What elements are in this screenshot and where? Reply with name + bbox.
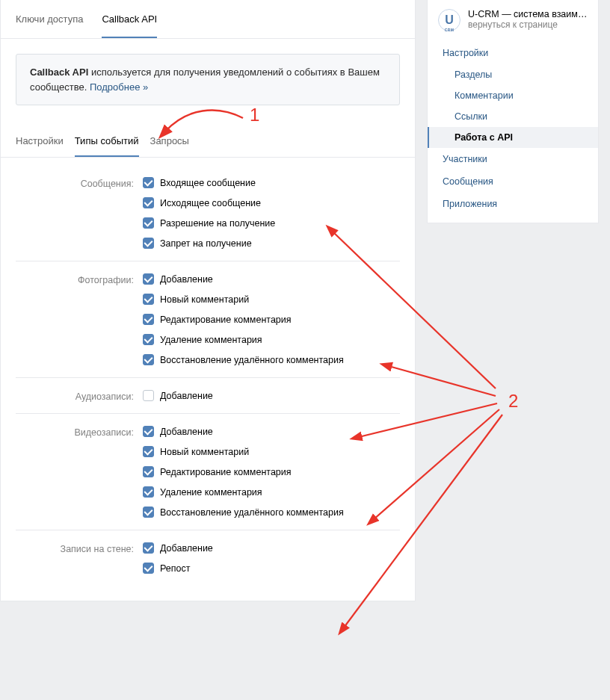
checkbox-icon[interactable] (143, 197, 154, 208)
sidebar-item-3[interactable]: Приложения (428, 193, 598, 215)
sidebar-subitem-0[interactable]: Разделы (428, 64, 598, 85)
group-0: Сообщения:Входящее сообщениеИсходящее со… (16, 165, 400, 261)
option-label: Добавление (160, 274, 213, 285)
info-link[interactable]: Подробнее » (90, 81, 148, 93)
checkbox-icon[interactable] (143, 390, 154, 401)
option-3-0[interactable]: Добавление (143, 426, 400, 442)
sidebar-menu: НастройкиРазделыКомментарииСсылкиРабота … (428, 39, 598, 215)
group-3: Видеозаписи:ДобавлениеНовый комментарийР… (16, 414, 400, 530)
option-1-4[interactable]: Восстановление удалённого комментария (143, 350, 400, 370)
option-1-3[interactable]: Удаление комментария (143, 329, 400, 350)
option-label: Новый комментарий (160, 447, 249, 457)
sub-tab-0[interactable]: Настройки (16, 126, 64, 157)
group-label: Видеозаписи: (16, 426, 143, 522)
option-label: Добавление (160, 543, 213, 554)
community-logo: U CRM (438, 9, 460, 31)
option-label: Репост (160, 563, 190, 574)
checkbox-icon[interactable] (143, 314, 154, 325)
info-bold: Callback API (30, 66, 88, 78)
checkbox-icon[interactable] (143, 273, 154, 285)
group-label: Сообщения: (16, 177, 143, 253)
top-tab-0[interactable]: Ключи доступа (16, 0, 83, 38)
option-4-1[interactable]: Репост (143, 558, 400, 578)
sidebar: U CRM U-CRM — система взаим… вернуться к… (427, 0, 599, 223)
option-label: Редактирование комментария (160, 467, 292, 477)
sidebar-item-2[interactable]: Сообщения (428, 170, 598, 193)
group-options: ДобавлениеНовый комментарийРедактировани… (143, 426, 400, 522)
logo-letter: U (445, 13, 454, 27)
checkbox-icon[interactable] (143, 507, 154, 518)
checkbox-icon[interactable] (143, 238, 154, 249)
checkbox-icon[interactable] (143, 177, 154, 188)
option-label: Разрешение на получение (160, 218, 275, 229)
group-label: Записи на стене: (16, 542, 143, 578)
event-groups: Сообщения:Входящее сообщениеИсходящее со… (1, 158, 415, 601)
group-label: Фотографии: (16, 273, 143, 370)
logo-sub: CRM (445, 28, 454, 32)
option-label: Восстановление удалённого комментария (160, 507, 344, 518)
sub-tabs: НастройкиТипы событийЗапросы (1, 126, 415, 158)
option-label: Исходящее сообщение (160, 198, 261, 208)
option-4-0[interactable]: Добавление (143, 542, 400, 558)
option-0-3[interactable]: Запрет на получение (143, 233, 400, 253)
group-options: Добавление (143, 390, 400, 406)
option-0-0[interactable]: Входящее сообщение (143, 177, 400, 193)
option-label: Добавление (160, 427, 213, 437)
option-3-3[interactable]: Удаление комментария (143, 482, 400, 502)
group-label: Аудиозаписи: (16, 390, 143, 406)
sidebar-subitem-3[interactable]: Работа с API (428, 127, 598, 148)
sub-tab-2[interactable]: Запросы (150, 126, 189, 157)
checkbox-icon[interactable] (143, 542, 154, 554)
option-1-0[interactable]: Добавление (143, 273, 400, 289)
option-3-4[interactable]: Восстановление удалённого комментария (143, 502, 400, 522)
option-label: Редактирование комментария (160, 315, 292, 325)
option-label: Запрет на получение (160, 238, 252, 249)
option-label: Новый комментарий (160, 294, 249, 305)
option-3-1[interactable]: Новый комментарий (143, 442, 400, 462)
sidebar-subitem-2[interactable]: Ссылки (428, 106, 598, 127)
option-label: Входящее сообщение (160, 178, 256, 188)
back-link[interactable]: вернуться к странице (468, 19, 587, 30)
sidebar-item-0[interactable]: Настройки (428, 42, 598, 64)
group-1: Фотографии:ДобавлениеНовый комментарийРе… (16, 261, 400, 378)
option-label: Удаление комментария (160, 487, 262, 498)
checkbox-icon[interactable] (143, 563, 154, 574)
checkbox-icon[interactable] (143, 294, 154, 305)
checkbox-icon[interactable] (143, 334, 154, 345)
option-label: Добавление (160, 391, 213, 401)
checkbox-icon[interactable] (143, 446, 154, 457)
checkbox-icon[interactable] (143, 426, 154, 437)
top-tabs: Ключи доступаCallback API (1, 0, 415, 39)
option-2-0[interactable]: Добавление (143, 390, 400, 406)
group-options: Входящее сообщениеИсходящее сообщениеРаз… (143, 177, 400, 253)
option-0-1[interactable]: Исходящее сообщение (143, 193, 400, 213)
checkbox-icon[interactable] (143, 466, 154, 477)
checkbox-icon[interactable] (143, 354, 154, 365)
sidebar-item-1[interactable]: Участники (428, 148, 598, 170)
option-label: Восстановление удалённого комментария (160, 355, 344, 365)
sidebar-sublist: РазделыКомментарииСсылкиРабота с API (428, 64, 598, 148)
group-4: Записи на стене:ДобавлениеРепост (16, 530, 400, 586)
info-box: Callback API используется для получения … (16, 54, 400, 105)
main-panel: Ключи доступаCallback API Callback API и… (0, 0, 416, 601)
option-label: Удаление комментария (160, 335, 262, 345)
option-0-2[interactable]: Разрешение на получение (143, 213, 400, 233)
option-1-2[interactable]: Редактирование комментария (143, 309, 400, 329)
option-1-1[interactable]: Новый комментарий (143, 289, 400, 309)
checkbox-icon[interactable] (143, 486, 154, 498)
community-title: U-CRM — система взаим… (468, 9, 587, 19)
option-3-2[interactable]: Редактирование комментария (143, 462, 400, 482)
top-tab-1[interactable]: Callback API (102, 0, 157, 38)
sidebar-header[interactable]: U CRM U-CRM — система взаим… вернуться к… (428, 0, 598, 39)
sub-tab-1[interactable]: Типы событий (75, 126, 139, 157)
sidebar-subitem-1[interactable]: Комментарии (428, 85, 598, 106)
group-options: ДобавлениеНовый комментарийРедактировани… (143, 273, 400, 370)
group-options: ДобавлениеРепост (143, 542, 400, 578)
group-2: Аудиозаписи:Добавление (16, 378, 400, 414)
checkbox-icon[interactable] (143, 217, 154, 229)
